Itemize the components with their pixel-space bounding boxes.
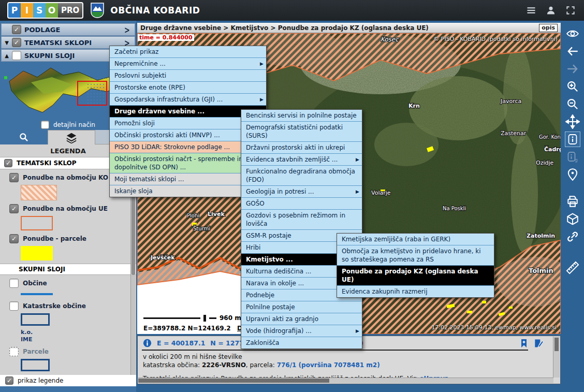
menu-icon[interactable] — [526, 5, 536, 16]
layer-checkbox[interactable]: ✓ — [9, 173, 19, 182]
layer-checkbox[interactable]: ✓ — [9, 234, 19, 243]
show-legend-checkbox[interactable]: ✓ — [5, 376, 13, 385]
opis-button[interactable]: opis — [539, 24, 558, 32]
swatch-navy-rect — [21, 359, 50, 371]
cube-3d-icon[interactable] — [565, 211, 580, 227]
legend-item[interactable]: ✓ Katastrske občine — [9, 301, 136, 311]
collapse-down-icon[interactable]: ▼ — [2, 40, 12, 46]
zoom-out-icon[interactable] — [565, 96, 580, 112]
eye-icon[interactable] — [565, 26, 580, 41]
menu-item[interactable]: Zaklonišča — [241, 337, 362, 349]
bookmark-add-icon[interactable] — [519, 338, 529, 349]
swatch-yellow-fill — [21, 246, 53, 260]
layer-checkbox[interactable]: ✓ — [9, 279, 19, 288]
menu-item[interactable]: Evidenca stavbnih zemljišč ...▶ — [241, 154, 362, 166]
podlage-checkbox[interactable]: ✓ — [12, 25, 21, 34]
menu-item[interactable]: Območja za kmetijstvo in pridelavo hrane… — [337, 245, 494, 266]
menu-item[interactable]: Državni prostorski akti in ukrepi — [241, 142, 362, 154]
municipality-coat-of-arms — [91, 3, 104, 18]
menu-item[interactable]: Upravni akti za gradnjo — [241, 313, 362, 325]
map-label: Plohi — [187, 213, 199, 219]
menu-item[interactable]: Prostorske enote (RPE) — [110, 82, 266, 94]
zoom-in-icon[interactable] — [565, 79, 580, 94]
menu-item[interactable]: Demografski statistični podatki (SURS) — [241, 122, 362, 142]
legend-item[interactable]: ✓ Občine — [9, 279, 136, 288]
fullscreen-icon[interactable] — [565, 5, 576, 16]
menu-item[interactable]: Nepremičnine ...▶ — [110, 58, 266, 70]
layer-checkbox[interactable]: ✓ — [9, 204, 19, 213]
logo-letter: O — [46, 3, 58, 18]
scale-bar-line — [143, 317, 200, 319]
map-copyright: © PISO - KOBARID (podatki so informativn… — [433, 36, 558, 42]
swatch-blue-line — [21, 293, 53, 295]
legend-item[interactable]: ✓ Ponudbe - parcele — [9, 234, 136, 243]
layer-checkbox[interactable]: ✓ — [9, 347, 19, 356]
swatch-sublabel: k.o. — [21, 329, 136, 336]
menu-item[interactable]: Začetni prikaz — [110, 46, 266, 58]
legend-item[interactable]: ✓ Parcele — [9, 347, 136, 356]
druge-drzavne-vsebine-submenu: Bencinski servisi in polnilne postaje De… — [241, 109, 362, 349]
menu-item-selected[interactable]: Ponudbe za prodajo KZ (oglasna deska UE) — [337, 266, 494, 286]
menu-item[interactable]: Vode (hidrografija) ...▶ — [241, 325, 362, 337]
legend-footer: ✓ prikaz legende — [0, 375, 136, 386]
print-icon[interactable] — [565, 194, 580, 209]
menu-item[interactable]: Polnilne postaje — [241, 301, 362, 313]
detail-mode-checkbox[interactable]: ✓ — [41, 121, 49, 129]
nearby-address-note: v okolici 200 m ni hišne številke — [143, 353, 524, 361]
menu-item[interactable]: Funkcionalno degradirana območja (FDO) — [241, 166, 362, 186]
skupni-checkbox[interactable]: ✓ — [12, 51, 21, 60]
detail-mode-label: detajlni način — [53, 121, 95, 128]
user-icon[interactable] — [546, 5, 556, 16]
info-horizontal-scrollbar[interactable] — [138, 378, 553, 383]
map-toolbar: g — [561, 21, 584, 392]
map-label: Livek — [208, 211, 225, 217]
piso-logo[interactable]: P I S O PRO — [7, 2, 83, 19]
cursor-coordinates: E=389788.2 N=124169.2 D96 — [143, 325, 251, 332]
menu-item[interactable]: Poslovni subjekti — [110, 70, 266, 82]
coordinates-value: E=389788.2 N=124169.2 — [143, 325, 231, 332]
menu-item[interactable]: Geologija in potresi ...▶ — [241, 186, 362, 198]
submenu-arrow-icon: ▶ — [356, 327, 359, 335]
info-icon[interactable] — [565, 132, 580, 147]
panel-label: TEMATSKI SKLOPI — [24, 39, 92, 47]
layer-checkbox[interactable]: ✓ — [9, 301, 19, 311]
menu-item[interactable]: Gozdovi s posebnim režimom in lovišča — [241, 210, 362, 230]
sidebar-panel-podlage[interactable]: ✓ PODLAGE > — [1, 23, 135, 36]
map-label: Na Poskli — [443, 206, 466, 211]
forward-arrow-icon[interactable] — [565, 61, 580, 77]
back-arrow-icon[interactable] — [565, 43, 580, 59]
tematski-checkbox[interactable]: ✓ — [12, 38, 21, 47]
swatch-hatch-salmon — [21, 185, 57, 200]
pan-icon[interactable] — [565, 114, 580, 129]
scrollbar-thumb[interactable] — [138, 379, 329, 383]
logo-letter: I — [21, 3, 33, 18]
tab-layers[interactable] — [48, 130, 95, 144]
menu-item[interactable]: Kmetijska zemljišča (raba in GERK) — [337, 234, 494, 245]
map-label: Krn — [408, 103, 420, 109]
ruler-icon[interactable] — [565, 260, 580, 275]
menu-item[interactable]: Evidenca zakupnih razmerij — [337, 286, 494, 297]
location-pin-icon[interactable] — [565, 167, 580, 182]
info-vertical-scrollbar[interactable] — [553, 337, 560, 378]
app-header: P I S O PRO OBČINA KOBARID — [0, 0, 584, 21]
scrollbar-thumb[interactable] — [554, 338, 559, 351]
menu-item[interactable]: GOŠO — [241, 198, 362, 210]
divider — [142, 350, 528, 351]
tematski-sklop-checkbox[interactable]: ✓ — [4, 159, 12, 167]
menu-item[interactable]: Bencinski servisi in polnilne postaje — [241, 110, 362, 122]
tab-search[interactable] — [0, 130, 48, 144]
link-icon[interactable] — [565, 229, 580, 244]
layers-icon — [66, 132, 77, 143]
info-g-icon[interactable]: g — [565, 149, 580, 165]
layer-label: Ponudbe na območju KO — [23, 174, 108, 181]
parcel-link[interactable]: 776/1 (površina 7078481 m2) — [277, 361, 380, 369]
collapse-up-icon[interactable]: ▲ — [2, 53, 12, 59]
map-label: Zatolmin — [527, 233, 555, 239]
check-icon: ✓ — [14, 26, 19, 33]
edit-note-icon[interactable] — [533, 338, 544, 349]
submenu-arrow-icon: ▶ — [356, 187, 359, 196]
map-label: Tolmin — [529, 267, 553, 274]
menu-item[interactable]: Gospodarska infrastruktura (GJI) ...▶ — [110, 94, 266, 106]
tematski-sklop-label: TEMATSKI SKLOP — [17, 159, 77, 167]
legend-item[interactable]: ✓ Ponudbe na območju UE — [9, 204, 136, 213]
